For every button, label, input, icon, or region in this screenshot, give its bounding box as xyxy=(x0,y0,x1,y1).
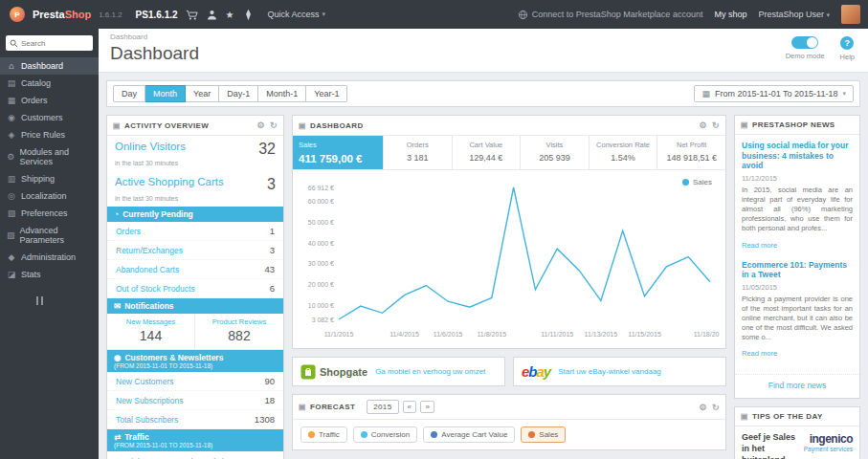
kpi-orders[interactable]: Orders3 181 xyxy=(384,136,453,169)
sidebar-item-modules[interactable]: ⚙Modules and Services xyxy=(0,143,99,170)
profile-icon[interactable] xyxy=(206,9,218,21)
news-article-body: In 2015, social media are an integral pa… xyxy=(742,186,853,234)
sidebar-item-catalog[interactable]: ▤Catalog xyxy=(0,75,99,92)
active-carts-link[interactable]: Active Shopping Carts xyxy=(115,176,224,187)
tips-headline: Geef je Sales in het buitenland een Boos… xyxy=(742,432,798,459)
refresh-icon[interactable]: ↻ xyxy=(712,120,720,130)
sidebar-item-label: Modules and Services xyxy=(20,147,92,166)
version-label: 1.6.1.2 xyxy=(99,11,122,19)
cart-icon[interactable] xyxy=(186,9,198,21)
ebay-promo-card: ebay Start uw eBay-winkel vandaag xyxy=(513,357,726,386)
gear-icon[interactable]: ⚙ xyxy=(257,120,265,130)
user-avatar[interactable] xyxy=(841,5,860,24)
sidebar-item-advanced-parameters[interactable]: ▨Advanced Parameters xyxy=(0,222,99,249)
news-article-link[interactable]: Using social media for your business: 4 … xyxy=(742,141,853,171)
marketplace-link[interactable]: Connect to PrestaShop Marketplace accoun… xyxy=(518,10,703,20)
news-article-link[interactable]: Ecommerce 101: Payments in a Tweet xyxy=(742,260,853,280)
customers-date-range: (FROM 2015-11-01 TO 2015-11-18) xyxy=(114,362,277,369)
google-analytics-link[interactable]: ◎ Link to your Google Analytics account xyxy=(107,451,283,459)
quick-access-menu[interactable]: Quick Access▾ xyxy=(268,10,326,19)
advanced-parameters-icon: ▨ xyxy=(7,230,15,240)
launch-icon[interactable] xyxy=(242,9,255,21)
tips-of-the-day-panel: ▣ TIPS OF THE DAY Geef je Sales in het b… xyxy=(734,406,860,459)
chip-label: Sales xyxy=(539,430,558,439)
chevron-down-icon: ▾ xyxy=(826,11,830,18)
period-month-button[interactable]: Month xyxy=(145,85,186,102)
forecast-prev-button[interactable]: « xyxy=(403,401,417,413)
sidebar-item-administration[interactable]: ◆Administration xyxy=(0,249,99,266)
my-shop-link[interactable]: My shop xyxy=(714,10,746,19)
gear-icon[interactable]: ⚙ xyxy=(700,120,707,130)
news-panel-title: PRESTASHOP NEWS xyxy=(752,120,835,129)
forecast-year-select[interactable]: 2015 xyxy=(367,400,398,414)
abandoned-carts-link[interactable]: Abandoned Carts xyxy=(116,265,179,274)
pending-orders-link[interactable]: Orders xyxy=(116,227,141,236)
sidebar-item-shipping[interactable]: ▥Shipping xyxy=(0,170,99,187)
forecast-chip-average-cart-value[interactable]: Average Cart Value xyxy=(423,426,515,443)
forecast-chip-sales[interactable]: Sales xyxy=(521,426,566,443)
kpi-sales[interactable]: Sales411 759,00 € xyxy=(293,136,384,169)
out-of-stock-link[interactable]: Out of Stock Products xyxy=(116,284,195,294)
kpi-conversion-rate[interactable]: Conversion Rate1.54% xyxy=(590,136,658,169)
total-subscribers-value: 1308 xyxy=(255,414,275,425)
kpi-label: Net Profit xyxy=(659,141,723,149)
user-menu[interactable]: PrestaShop User ▾ xyxy=(758,10,830,19)
new-customers-link[interactable]: New Customers xyxy=(116,377,173,386)
sidebar-item-dashboard[interactable]: ⌂Dashboard xyxy=(0,57,99,75)
shop-name: PS1.6.1.2 xyxy=(136,10,178,20)
date-range-picker[interactable]: ▦ From 2015-11-01 To 2015-11-18 ▾ xyxy=(694,85,854,102)
forecast-chip-traffic[interactable]: Traffic xyxy=(300,426,347,443)
forecast-next-button[interactable]: » xyxy=(420,401,434,413)
breadcrumb[interactable]: Dashboard xyxy=(110,33,857,41)
refresh-icon[interactable]: ↻ xyxy=(712,403,720,412)
app-window: P PrestaShop 1.6.1.2 PS1.6.1.2 ★ Quick A… xyxy=(0,0,868,459)
product-reviews-cell[interactable]: Product Reviews 882 xyxy=(195,314,283,350)
chart-legend: Sales xyxy=(682,178,712,186)
kpi-cart-value[interactable]: Cart Value129,44 € xyxy=(453,136,522,169)
refresh-icon[interactable]: ↻ xyxy=(270,120,278,130)
sidebar-search[interactable] xyxy=(6,35,93,51)
sidebar-collapse-button[interactable] xyxy=(36,296,99,305)
period-month-1-button[interactable]: Month-1 xyxy=(258,85,306,102)
sidebar-item-customers[interactable]: ◉Customers xyxy=(0,109,99,126)
quick-access-label: Quick Access xyxy=(268,10,320,19)
new-messages-cell[interactable]: New Messages 144 xyxy=(107,314,195,350)
forecast-chip-conversion[interactable]: Conversion xyxy=(353,426,417,443)
kpi-visits[interactable]: Visits205 939 xyxy=(521,136,590,169)
sidebar-item-preferences[interactable]: ▧Preferences xyxy=(0,205,99,222)
total-subscribers-link[interactable]: Total Subscribers xyxy=(116,415,178,425)
average-cart-value-dot-icon xyxy=(431,431,437,438)
sidebar-item-price-rules[interactable]: ◈Price Rules xyxy=(0,126,99,143)
kpi-net-profit[interactable]: Net Profit148 918,51 € xyxy=(657,136,725,169)
help-icon[interactable]: ? xyxy=(840,36,854,50)
svg-text:11/4/2015: 11/4/2015 xyxy=(389,331,419,338)
shopgate-wordmark: Shopgate xyxy=(320,366,367,378)
pending-returns-link[interactable]: Return/Exchanges xyxy=(116,246,183,255)
read-more-link[interactable]: Read more xyxy=(742,241,777,250)
shopgate-link[interactable]: Ga mobiel en verhoog uw omzet xyxy=(375,367,485,376)
people-icon: ◉ xyxy=(114,353,121,362)
shipping-icon: ▥ xyxy=(7,174,16,184)
gear-icon[interactable]: ⚙ xyxy=(700,403,707,412)
favorites-icon[interactable]: ★ xyxy=(226,10,234,20)
ebay-link[interactable]: Start uw eBay-winkel vandaag xyxy=(558,367,661,376)
sidebar-item-stats[interactable]: ◪Stats xyxy=(0,266,99,283)
forecast-panel-header: ▣ FORECAST 2015 « » ⚙↻ xyxy=(293,395,725,420)
kpi-value: 205 939 xyxy=(523,153,587,163)
period-year-button[interactable]: Year xyxy=(186,85,219,102)
demo-mode-toggle[interactable] xyxy=(791,36,818,49)
new-subscriptions-link[interactable]: New Subscriptions xyxy=(116,396,183,405)
period-day-button[interactable]: Day xyxy=(113,85,145,102)
sidebar-item-orders[interactable]: ▦Orders xyxy=(0,92,99,109)
sidebar-item-localization[interactable]: ◎Localization xyxy=(0,187,99,205)
find-more-news-link[interactable]: Find more news xyxy=(735,374,859,398)
sales-dot-icon xyxy=(528,431,535,438)
read-more-link[interactable]: Read more xyxy=(742,349,777,358)
period-day-1-button[interactable]: Day-1 xyxy=(219,85,258,102)
out-of-stock-row: Out of Stock Products6 xyxy=(107,279,283,298)
kpi-value: 3 181 xyxy=(386,153,450,163)
period-year-1-button[interactable]: Year-1 xyxy=(306,85,347,102)
conversion-dot-icon xyxy=(361,431,367,438)
online-visitors-link[interactable]: Online Visitors xyxy=(115,141,186,152)
search-input[interactable] xyxy=(21,39,88,48)
